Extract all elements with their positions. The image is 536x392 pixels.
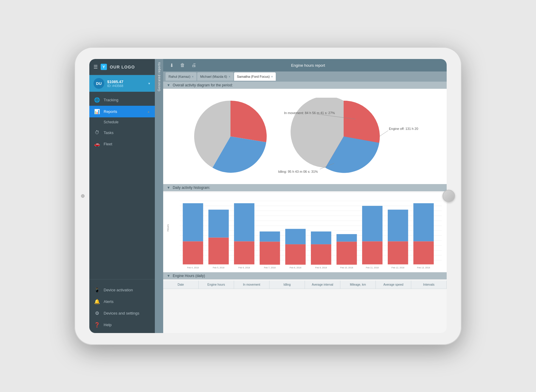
sidebar-item-label: Alerts [104,299,150,304]
col-average-interval: Average interval [305,281,340,289]
pie-label-movement: In movement: 84 h 56 m 41 s: 27% [284,111,335,115]
sidebar-item-tracking[interactable]: 🌐 Tracking [89,94,155,106]
col-intervals: Intervals [411,281,447,289]
col-idling: Idling [269,281,305,289]
col-date: Date [163,281,199,289]
report-title: Engine hours report [291,63,325,68]
sidebar-item-label: Help [104,323,150,327]
svg-rect-38 [234,241,254,264]
sidebar-item-reports[interactable]: 📊 Reports ▲ [89,106,155,117]
gear-icon: ⚙ [94,310,100,316]
pie-chart [192,98,269,175]
svg-text:Feb 6, 2018: Feb 6, 2018 [239,266,250,269]
user-section[interactable]: DU $1085.47 ID: #43568 ▼ [89,75,155,92]
svg-text:Feb 13, 2018: Feb 13, 2018 [417,266,430,269]
report-content[interactable]: ▼ Overall activity diagram for the perio… [163,82,447,333]
pie-section-header[interactable]: ▼ Overall activity diagram for the perio… [163,82,447,89]
tablet-home-button[interactable] [442,190,455,202]
pie-chart-section: In movement: 84 h 56 m 41 s: 27% Idling:… [163,89,447,184]
download-icon[interactable]: ⬇ [168,61,175,69]
svg-text:Feb 11, 2018: Feb 11, 2018 [366,266,379,269]
sidebar-item-device-activation[interactable]: 📱 Device activation [89,284,155,296]
bar-section-title: Daily activity histogram: [173,186,210,190]
delete-icon[interactable]: 🗑 [178,61,187,69]
screen: ☰ Y OUR LOGO DU $1085.47 ID: #43568 ▼ 🌐 … [89,59,447,333]
tab-samatha[interactable]: Samatha (Ford Focus) × [234,72,276,81]
sidebar-item-schedule[interactable]: Schedule [89,117,155,127]
sidebar-item-label: Reports [104,109,144,114]
data-table: Date Engine hours In movement Idling Ave… [163,281,447,289]
device-icon: 📱 [94,287,100,293]
bar-section-header[interactable]: ▼ Daily activity histogram: [163,184,447,191]
tabs-bar: Rahul (Kamaz) × Michael (Mazda 6) × Sama… [163,71,447,82]
svg-text:Feb 9, 2018: Feb 9, 2018 [315,266,327,269]
nav-section: 🌐 Tracking 📊 Reports ▲ Schedule ⏱ Tasks … [89,92,155,187]
sidebar-item-help[interactable]: ❓ Help [89,319,155,331]
svg-rect-53 [362,241,382,264]
col-in-movement: In movement [234,281,269,289]
svg-rect-32 [183,241,203,264]
svg-rect-43 [285,229,306,244]
close-icon[interactable]: × [192,75,194,78]
reports-icon: 📊 [94,109,100,114]
collapse-icon: ▼ [167,83,170,87]
svg-text:Feb 12, 2018: Feb 12, 2018 [392,266,404,269]
svg-rect-47 [311,244,331,265]
logo-badge: Y [101,64,107,70]
svg-line-3 [379,130,388,136]
svg-rect-35 [208,238,229,265]
sidebar-item-devices-settings[interactable]: ⚙ Devices and settings [89,307,155,319]
tab-label: Samatha (Ford Focus) [237,75,270,78]
top-toolbar: ⬇ 🗑 🖨 Engine hours report [163,59,447,71]
sidebar-item-alerts[interactable]: 🔔 Alerts [89,296,155,307]
sidebar-item-label: Schedule [104,120,119,124]
help-icon: ❓ [94,322,100,328]
print-icon[interactable]: 🖨 [190,61,198,69]
svg-rect-52 [362,206,382,241]
tab-michael[interactable]: Michael (Mazda 6) × [197,72,233,81]
tablet-camera [81,194,85,198]
svg-text:Feb 8, 2018: Feb 8, 2018 [290,266,301,269]
svg-text:Feb 4, 2018: Feb 4, 2018 [187,266,199,269]
svg-rect-34 [208,210,229,238]
sidebar-bottom: 📱 Device activation 🔔 Alerts ⚙ Devices a… [89,282,155,333]
hamburger-icon[interactable]: ☰ [94,64,98,70]
bar-chart-section: Hours [163,192,447,272]
col-mileage: Mileage, km [340,281,376,289]
tab-rahul[interactable]: Rahul (Kamaz) × [166,72,197,81]
close-icon[interactable]: × [229,75,230,78]
close-icon[interactable]: × [271,75,273,78]
tab-label: Rahul (Kamaz) [169,75,190,78]
globe-icon: 🌐 [94,97,100,103]
bell-icon: 🔔 [94,299,100,304]
sidebar-item-tasks[interactable]: ⏱ Tasks [89,127,155,138]
avatar: DU [94,78,104,89]
pie-labels-svg: In movement: 84 h 56 m 41 s: 27% Idling:… [269,98,418,175]
sidebar-item-label: Tasks [104,130,150,135]
table-section-header[interactable]: ▼ Engine Hours (daily) [163,272,447,279]
svg-rect-58 [413,203,434,241]
svg-rect-31 [183,203,203,241]
user-id: ID: #43568 [107,84,145,88]
user-info: $1085.47 ID: #43568 [107,80,145,88]
svg-rect-56 [388,241,408,264]
user-balance: $1085.47 [107,80,145,84]
chevron-down-icon: ▼ [148,82,151,85]
y-axis-label: Hours [166,224,169,231]
svg-rect-40 [260,231,280,242]
tablet-frame: ☰ Y OUR LOGO DU $1085.47 ID: #43568 ▼ 🌐 … [74,47,462,345]
sidebar-item-label: Fleet [104,142,150,146]
main-content: ⬇ 🗑 🖨 Engine hours report Rahul (Kamaz) … [163,59,447,333]
fleet-icon: 🚗 [94,141,100,147]
col-average-speed: Average speed [376,281,411,289]
svg-rect-37 [234,203,254,241]
svg-text:Feb 5, 2018: Feb 5, 2018 [213,266,224,269]
pie-section-title: Overall activity diagram for the period: [173,83,233,87]
table-section-title: Engine Hours (daily) [173,274,205,278]
sidebar-item-label: Devices and settings [104,311,150,315]
generated-reports-label: Generated reports [158,62,161,91]
sidebar-item-fleet[interactable]: 🚗 Fleet [89,138,155,150]
svg-text:Feb 10, 2018: Feb 10, 2018 [340,266,353,269]
svg-rect-59 [413,241,434,264]
generated-reports-panel[interactable]: Generated reports [155,59,163,333]
